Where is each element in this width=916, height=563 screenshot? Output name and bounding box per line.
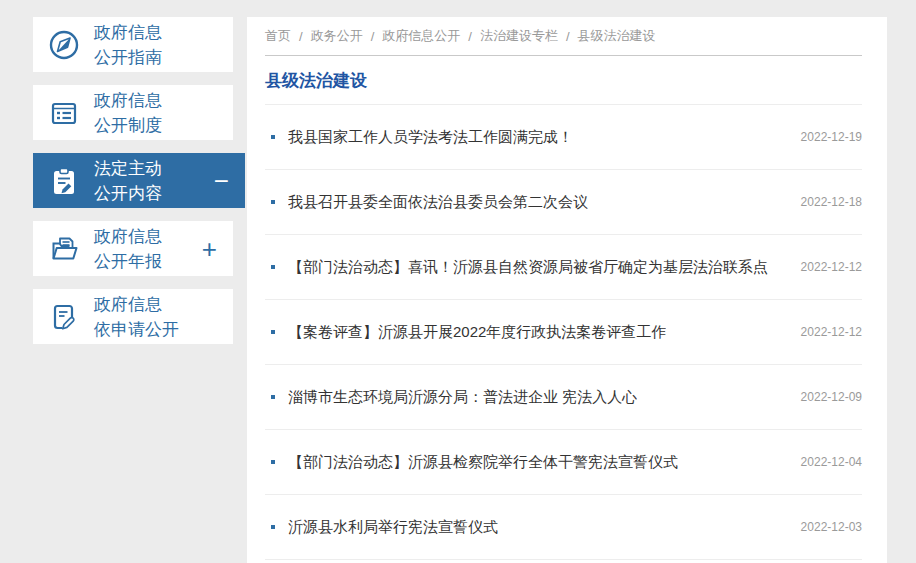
breadcrumb-separator: / [371, 29, 375, 44]
breadcrumb-rule-of-law-column[interactable]: 法治建设专栏 [480, 27, 558, 45]
article-link[interactable]: 我县国家工作人员学法考法工作圆满完成！ [288, 128, 573, 147]
page-title: 县级法治建设 [265, 56, 862, 105]
article-date: 2022-12-03 [789, 520, 862, 534]
sidebar-item-disclosure-on-request[interactable]: 政府信息依申请公开 [33, 289, 233, 344]
bullet-icon [271, 460, 275, 464]
sidebar-item-label: 法定主动公开内容 [94, 156, 162, 206]
bullet-icon [271, 525, 275, 529]
expand-plus-icon[interactable]: + [202, 236, 217, 262]
article-date: 2022-12-18 [789, 195, 862, 209]
sidebar-item-label: 政府信息公开年报 [94, 224, 162, 274]
article-date: 2022-12-09 [789, 390, 862, 404]
article-date: 2022-12-19 [789, 130, 862, 144]
article-row: 【部门法治动态】喜讯！沂源县自然资源局被省厅确定为基层法治联系点 2022-12… [265, 235, 862, 300]
article-link[interactable]: 沂源县水利局举行宪法宣誓仪式 [288, 518, 498, 537]
article-link[interactable]: 【部门法治动态】沂源县检察院举行全体干警宪法宣誓仪式 [288, 453, 678, 472]
breadcrumb-separator: / [299, 29, 303, 44]
doc-edit-icon [47, 300, 81, 334]
breadcrumb-separator: / [566, 29, 570, 44]
document-list-icon [47, 96, 81, 130]
article-row: 我县国家工作人员学法考法工作圆满完成！ 2022-12-19 [265, 105, 862, 170]
article-row: 我县召开县委全面依法治县委员会第二次会议 2022-12-18 [265, 170, 862, 235]
sidebar-item-disclosure-guide[interactable]: 政府信息公开指南 [33, 17, 233, 72]
sidebar-item-label: 政府信息公开制度 [94, 88, 162, 138]
collapse-minus-icon[interactable]: − [214, 168, 229, 194]
article-date: 2022-12-12 [789, 260, 862, 274]
bullet-icon [271, 135, 275, 139]
article-date: 2022-12-04 [789, 455, 862, 469]
breadcrumb-separator: / [468, 29, 472, 44]
sidebar-item-proactive-disclosure[interactable]: 法定主动公开内容 − [33, 153, 245, 208]
clipboard-pen-icon [47, 164, 81, 198]
breadcrumb: 首页 / 政务公开 / 政府信息公开 / 法治建设专栏 / 县级法治建设 [265, 17, 862, 56]
article-link[interactable]: 我县召开县委全面依法治县委员会第二次会议 [288, 193, 588, 212]
sidebar-item-label: 政府信息公开指南 [94, 20, 162, 70]
article-row: 沂源县水利局举行宪法宣誓仪式 2022-12-03 [265, 495, 862, 560]
article-link[interactable]: 【部门法治动态】喜讯！沂源县自然资源局被省厅确定为基层法治联系点 [288, 258, 768, 277]
article-row: 淄博市生态环境局沂源分局：普法进企业 宪法入人心 2022-12-09 [265, 365, 862, 430]
bullet-icon [271, 395, 275, 399]
article-link[interactable]: 淄博市生态环境局沂源分局：普法进企业 宪法入人心 [288, 388, 637, 407]
breadcrumb-current-page: 县级法治建设 [578, 27, 656, 45]
breadcrumb-info-disclosure[interactable]: 政府信息公开 [382, 27, 460, 45]
sidebar-item-label: 政府信息依申请公开 [94, 292, 179, 342]
breadcrumb-gov-affairs[interactable]: 政务公开 [311, 27, 363, 45]
sidebar-nav: 政府信息公开指南 政府信息公开制度 法定主动公开内容 [33, 17, 245, 357]
bullet-icon [271, 200, 275, 204]
bullet-icon [271, 330, 275, 334]
article-row: 【案卷评查】沂源县开展2022年度行政执法案卷评查工作 2022-12-12 [265, 300, 862, 365]
sidebar-item-disclosure-system[interactable]: 政府信息公开制度 [33, 85, 233, 140]
article-link[interactable]: 【案卷评查】沂源县开展2022年度行政执法案卷评查工作 [288, 323, 666, 342]
article-row: 【部门法治动态】沂源县检察院举行全体干警宪法宣誓仪式 2022-12-04 [265, 430, 862, 495]
compass-icon [47, 28, 81, 62]
sidebar-item-annual-report[interactable]: 政府信息公开年报 + [33, 221, 233, 276]
content-panel: 首页 / 政务公开 / 政府信息公开 / 法治建设专栏 / 县级法治建设 县级法… [247, 17, 887, 563]
folder-doc-icon [47, 232, 81, 266]
article-date: 2022-12-12 [789, 325, 862, 339]
breadcrumb-home[interactable]: 首页 [265, 27, 291, 45]
bullet-icon [271, 265, 275, 269]
